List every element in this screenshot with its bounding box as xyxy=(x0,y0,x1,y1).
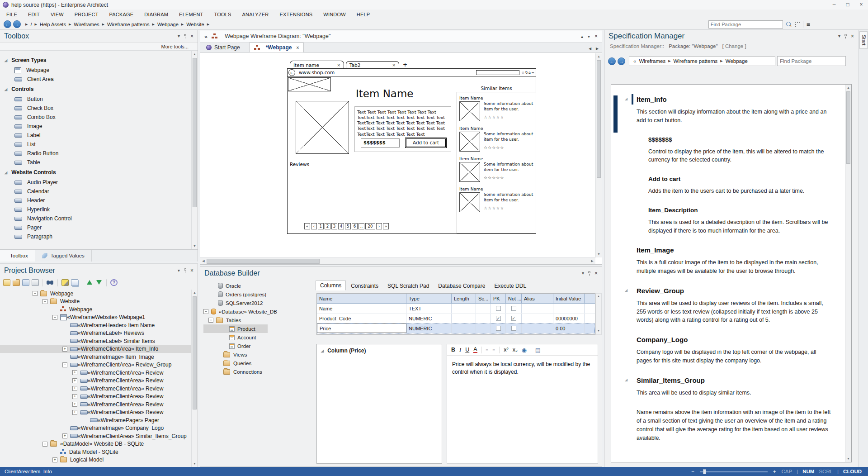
spec-entry-title[interactable]: Similar_Items_Group xyxy=(637,376,832,384)
toolbox-section-header[interactable]: ◢ Website Controls xyxy=(0,167,191,178)
bottom-tab[interactable]: Tagged Values xyxy=(35,250,92,262)
menu-item[interactable]: HELP xyxy=(357,12,370,17)
underline-icon[interactable]: U xyxy=(465,347,469,353)
toolbox-item[interactable]: Calendar xyxy=(0,187,191,196)
spec-entry[interactable]: Review_Group ◢ This area will be used to… xyxy=(637,287,832,324)
tree-row[interactable]: + «WireframeClientArea» Review xyxy=(0,385,191,393)
close-button[interactable]: × xyxy=(854,0,868,10)
spec-entry-text[interactable]: Company logo will be displayed in the to… xyxy=(637,348,832,365)
document-tab[interactable]: Start Page xyxy=(202,43,249,52)
db-tab[interactable]: SQL Scratch Pad xyxy=(383,281,433,290)
toolbox-item[interactable]: Button xyxy=(0,95,191,104)
notnull-checkbox[interactable] xyxy=(511,326,516,331)
pk-checkbox[interactable] xyxy=(496,326,501,331)
bullet-list-icon[interactable]: ≡ xyxy=(486,347,489,352)
expander-icon[interactable]: + xyxy=(52,457,57,462)
bottom-tab[interactable]: Toolbox xyxy=(0,250,35,262)
model-search-icon[interactable] xyxy=(795,22,800,27)
tree-row[interactable]: Data Model - SQLite xyxy=(0,448,191,456)
spec-entry-text[interactable]: This is a full colour image of the item … xyxy=(637,258,832,276)
wireframe-price-box[interactable]: $$$$$$$ xyxy=(361,138,400,148)
scroll-thumb[interactable] xyxy=(597,60,601,178)
database-tree-row[interactable]: Order xyxy=(203,342,268,350)
scroll-left-icon[interactable]: ◀ xyxy=(200,259,207,263)
scroll-thumb[interactable] xyxy=(193,296,197,409)
db-tab[interactable]: Columns xyxy=(316,281,346,290)
close-panel-icon[interactable]: × xyxy=(190,267,193,274)
db-tab[interactable]: Execute DDL xyxy=(490,281,530,290)
spec-entry-text[interactable]: This section will display information ab… xyxy=(637,108,832,125)
numbered-list-icon[interactable]: ≡ xyxy=(492,347,495,352)
tree-row[interactable]: + «WireframeClientArea» Review xyxy=(0,400,191,409)
spec-entry-text[interactable]: This area will be used to display user r… xyxy=(637,299,832,324)
search-icon[interactable] xyxy=(47,279,54,286)
new-package-icon[interactable] xyxy=(13,279,20,286)
tree-row[interactable]: + «WireframeClientArea» Item_Info xyxy=(0,345,191,353)
collapse-triangle-icon[interactable]: ◢ xyxy=(625,288,627,292)
forward-button[interactable]: → xyxy=(618,57,625,65)
wireframe-item-title[interactable]: Item Name xyxy=(356,88,414,100)
hamburger-menu-icon[interactable]: ≡ xyxy=(807,21,810,28)
expander-icon[interactable]: − xyxy=(42,299,47,304)
panel-menu-icon[interactable]: ▾ xyxy=(588,34,590,39)
database-tree-row[interactable]: − «Database» Website_DB xyxy=(203,307,268,316)
grid-header-cell[interactable]: Not ... xyxy=(506,294,522,303)
breadcrumb-item[interactable]: Webpage xyxy=(157,22,179,27)
toolbox-item[interactable]: Audio Player xyxy=(0,178,191,187)
expander-icon[interactable]: + xyxy=(72,410,77,415)
panel-menu-icon[interactable]: ▾ xyxy=(178,33,180,38)
pin-icon[interactable] xyxy=(844,34,847,36)
db-tab[interactable]: Database Compare xyxy=(434,281,489,290)
expander-icon[interactable]: − xyxy=(203,309,208,314)
spec-find-package-input[interactable] xyxy=(777,56,846,66)
spec-entry[interactable]: Company_Logo Company logo will be displa… xyxy=(637,336,832,365)
database-tree-row[interactable]: Views xyxy=(203,350,268,359)
hyperlink-globe-icon[interactable]: ◉ xyxy=(522,347,527,353)
new-element-icon[interactable] xyxy=(32,279,39,286)
spec-entry-title[interactable]: Item_Description xyxy=(648,207,832,214)
canvas-horizontal-scrollbar[interactable]: ◀ ▶ xyxy=(200,257,595,264)
subscript-icon[interactable]: x₂ xyxy=(513,347,518,353)
move-down-icon[interactable] xyxy=(95,279,103,286)
database-tree-row[interactable]: Orders (postgres) xyxy=(203,290,268,299)
spec-entry-title[interactable]: Item_Info xyxy=(637,95,832,103)
grid-data-row[interactable]: Price NUMERIC 0.00 xyxy=(317,324,595,333)
collapse-triangle-icon[interactable]: ◢ xyxy=(625,97,627,101)
spec-entry-text[interactable]: Name remains above the item information … xyxy=(637,408,832,442)
breadcrumb-item[interactable]: Wireframe patterns xyxy=(674,58,718,64)
scroll-down-icon[interactable]: ▼ xyxy=(596,328,601,333)
notnull-checkbox[interactable]: ✓ xyxy=(511,316,516,321)
grid-data-row[interactable]: Name TEXT xyxy=(317,304,595,314)
database-tree-row[interactable]: SQLServer2012 xyxy=(203,299,268,307)
expand-up-icon[interactable]: ▴ xyxy=(581,34,583,39)
menu-item[interactable]: EXTENSIONS xyxy=(279,12,312,17)
tree-row[interactable]: − «DataModel» Website DB - SQLite xyxy=(0,440,191,448)
menu-item[interactable]: PACKAGE xyxy=(109,12,134,17)
menu-item[interactable]: FILE xyxy=(6,12,17,17)
copy-icon[interactable] xyxy=(71,279,78,286)
breadcrumb-item[interactable]: Wireframes xyxy=(74,22,99,27)
spec-entry[interactable]: Item_Image This is a full colour image o… xyxy=(637,246,832,276)
document-tab[interactable]: *Webpage × xyxy=(249,43,304,52)
wireframe-reviews-label[interactable]: Reviews xyxy=(290,162,309,167)
status-flag[interactable]: NUM xyxy=(802,469,814,474)
spec-entry[interactable]: Name remains above the item information … xyxy=(637,408,832,442)
tree-row[interactable]: + Logical Model xyxy=(0,456,191,464)
expander-icon[interactable]: + xyxy=(72,370,77,375)
tree-row[interactable]: «WireframeLabel» Similar Items xyxy=(0,337,191,345)
status-flag[interactable]: CAP xyxy=(782,469,793,474)
close-panel-icon[interactable]: × xyxy=(594,270,598,276)
menu-item[interactable]: DIAGRAM xyxy=(144,12,168,17)
database-tree-row[interactable]: − Tables xyxy=(203,316,268,324)
database-tree-row[interactable]: Connections xyxy=(203,367,268,376)
tree-row[interactable]: «WireframePager» Pager xyxy=(0,416,191,424)
scroll-right-icon[interactable]: ▶ xyxy=(589,259,595,263)
new-model-icon[interactable] xyxy=(3,279,10,286)
spec-entry[interactable]: Item_Description This area is used for a… xyxy=(637,207,832,235)
help-icon[interactable]: ? xyxy=(110,279,118,286)
tree-row[interactable]: + «WireframeClientArea» Review xyxy=(0,393,191,401)
expander-icon[interactable]: + xyxy=(62,347,67,352)
back-button[interactable]: ← xyxy=(608,57,616,65)
toolbox-item[interactable]: Header xyxy=(0,196,191,205)
tab-close-icon[interactable]: × xyxy=(297,45,299,50)
